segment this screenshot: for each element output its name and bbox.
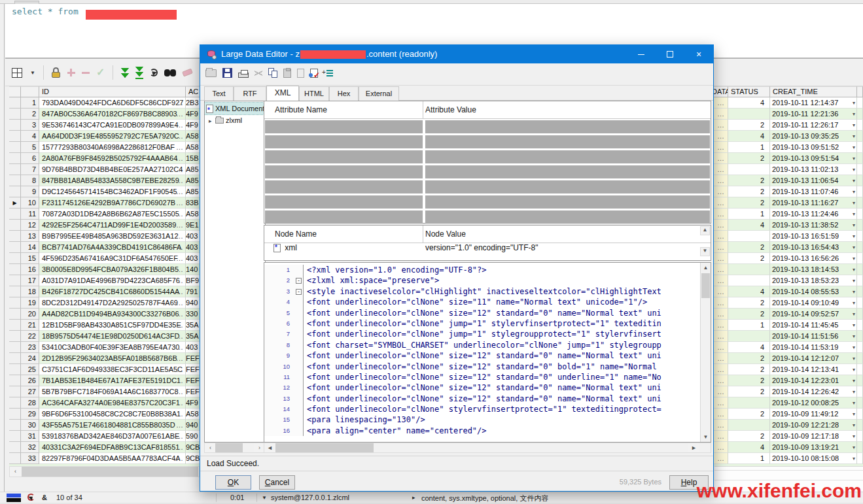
lob-open-button[interactable]: …: [717, 432, 724, 440]
creat-time-cell[interactable]: 2019-10-09 11:49:12▾: [770, 409, 857, 420]
ac-cell[interactable]: A58: [186, 409, 200, 420]
status-cell[interactable]: 1: [728, 209, 770, 220]
id-cell[interactable]: B9B7995EE49B485A963BD592E3631A12…: [39, 231, 186, 242]
fold-toggle[interactable]: -: [296, 278, 302, 284]
id-cell[interactable]: 847BB81A8AB54833A558C9B7EBE28259…: [39, 175, 186, 186]
ac-cell[interactable]: A85: [186, 175, 200, 186]
creat-time-cell[interactable]: 2019-10-13 11:06:54▾: [770, 175, 857, 186]
row-number-cell[interactable]: 11: [21, 209, 39, 220]
data-lob-cell[interactable]: …: [714, 142, 728, 153]
row-marker-cell[interactable]: [9, 264, 21, 275]
ac-cell[interactable]: FEF: [186, 375, 200, 386]
creat-time-cell[interactable]: 2019-10-14 09:52:57▾: [770, 309, 857, 320]
status-cell[interactable]: 4: [728, 342, 770, 353]
cell-dropdown-icon[interactable]: ▾: [853, 154, 855, 164]
data-lob-cell[interactable]: …: [714, 297, 728, 309]
creat-time-cell[interactable]: 2019-10-14 12:26:42▾: [770, 386, 857, 397]
lob-open-button[interactable]: …: [176, 264, 184, 275]
status-cell[interactable]: [728, 164, 770, 175]
lob-open-button[interactable]: …: [717, 388, 724, 395]
lob-open-button[interactable]: …: [176, 197, 184, 208]
status-cell[interactable]: 2: [728, 309, 770, 320]
id-cell[interactable]: 7B1AB53E1B484E67A17AFE37E5191DC1…: [39, 375, 186, 386]
id-cell[interactable]: 2D12B95F29634023AB5FA018B5687B6B…: [39, 353, 186, 364]
row-number-cell[interactable]: 20: [21, 309, 39, 320]
cell-dropdown-icon[interactable]: ▾: [853, 420, 855, 431]
lob-open-button[interactable]: …: [717, 199, 724, 207]
creat-time-cell[interactable]: 2019-10-13 11:24:46▾: [770, 209, 857, 220]
data-lob-cell[interactable]: …: [714, 420, 728, 431]
row-number-cell[interactable]: 8: [21, 175, 39, 186]
lob-open-button[interactable]: …: [717, 332, 724, 340]
creat-time-cell[interactable]: 2019-10-09 12:21:28▾: [770, 420, 857, 431]
status-cell[interactable]: [728, 420, 770, 431]
data-lob-cell[interactable]: …: [714, 364, 728, 375]
lob-open-button[interactable]: …: [176, 175, 184, 186]
id-cell[interactable]: F2311745126E4292B9A7786C7D69027B…: [39, 197, 186, 209]
data-lob-cell[interactable]: …: [714, 264, 728, 275]
lob-open-button[interactable]: …: [176, 164, 184, 175]
row-number-cell[interactable]: 23: [21, 342, 39, 353]
status-cell[interactable]: [728, 275, 770, 286]
status-cell[interactable]: 2: [728, 386, 770, 397]
lob-open-button[interactable]: …: [176, 286, 184, 297]
data-lob-cell[interactable]: …: [714, 253, 728, 264]
data-lob-cell[interactable]: …: [714, 309, 728, 320]
data-lob-cell[interactable]: …: [714, 186, 728, 197]
data-lob-cell[interactable]: …: [714, 453, 728, 464]
row-number-cell[interactable]: 25: [21, 364, 39, 375]
lob-open-button[interactable]: …: [717, 254, 724, 262]
ac-cell[interactable]: 940: [186, 297, 200, 309]
tree-horizontal-scrollbar[interactable]: ‹ ›: [204, 443, 266, 453]
find-icon[interactable]: [164, 69, 176, 76]
id-cell[interactable]: AA64D0D3F19E4855952792C7E5A7920C…: [39, 131, 186, 142]
id-cell[interactable]: D9C1245645714154BC3462ADF1F90545…: [39, 186, 186, 197]
lob-open-button[interactable]: …: [176, 320, 184, 330]
cell-dropdown-icon[interactable]: ▾: [853, 220, 855, 231]
data-lob-cell[interactable]: …: [714, 286, 728, 297]
status-cell[interactable]: 4: [728, 131, 770, 142]
data-lob-cell[interactable]: …: [714, 375, 728, 386]
data-lob-cell[interactable]: …: [714, 353, 728, 364]
row-marker-cell[interactable]: [9, 453, 21, 464]
row-marker-cell[interactable]: [9, 209, 21, 220]
row-number-cell[interactable]: 31: [21, 431, 39, 442]
row-marker-cell[interactable]: ▶: [9, 197, 21, 209]
scroll-thumb[interactable]: [22, 467, 198, 477]
scroll-left-button[interactable]: ‹: [205, 443, 216, 452]
row-marker-cell[interactable]: [9, 375, 21, 386]
row-marker-cell[interactable]: [9, 364, 21, 375]
cell-dropdown-icon[interactable]: ▾: [853, 365, 855, 375]
scroll-right-button[interactable]: ►: [688, 443, 699, 452]
lob-open-button[interactable]: …: [176, 386, 184, 397]
column-header-id[interactable]: ID: [39, 86, 186, 97]
cell-dropdown-icon[interactable]: ▾: [853, 320, 855, 331]
ac-cell[interactable]: 403: [186, 342, 200, 353]
creat-time-cell[interactable]: 2019-10-14 11:53:19▾: [770, 342, 857, 353]
cell-dropdown-icon[interactable]: ▾: [853, 431, 855, 442]
data-lob-cell[interactable]: …: [714, 131, 728, 142]
status-cell[interactable]: [728, 231, 770, 242]
creat-time-cell[interactable]: 2019-10-12 00:08:25▾: [770, 397, 857, 409]
data-lob-cell[interactable]: …: [714, 409, 728, 420]
scroll-down-button[interactable]: ▼: [701, 432, 711, 442]
status-cell[interactable]: 4: [728, 220, 770, 231]
row-number-cell[interactable]: 5: [21, 142, 39, 153]
id-cell[interactable]: 9E536746143C47CA91E0DB097899A9E4…: [39, 120, 186, 131]
lob-open-button[interactable]: …: [176, 364, 184, 375]
lob-open-button[interactable]: …: [717, 121, 724, 129]
creat-time-cell[interactable]: 2019-10-14 11:45:45▾: [770, 320, 857, 331]
copy-icon[interactable]: [268, 68, 277, 78]
column-header-creat-time[interactable]: CREAT_TIME: [770, 86, 857, 97]
grid-horizontal-scrollbar[interactable]: ‹: [9, 466, 200, 477]
ac-cell[interactable]: 15B: [186, 153, 200, 164]
tab-html[interactable]: HTML: [299, 86, 329, 101]
cell-dropdown-icon[interactable]: ▾: [853, 176, 855, 186]
row-number-cell[interactable]: 26: [21, 375, 39, 386]
status-cell[interactable]: 1: [728, 142, 770, 153]
row-number-cell[interactable]: 13: [21, 231, 39, 242]
row-marker-cell[interactable]: [9, 186, 21, 197]
print-icon[interactable]: [238, 73, 249, 78]
cell-dropdown-icon[interactable]: ▾: [853, 131, 855, 142]
ok-button[interactable]: OK: [215, 475, 251, 490]
